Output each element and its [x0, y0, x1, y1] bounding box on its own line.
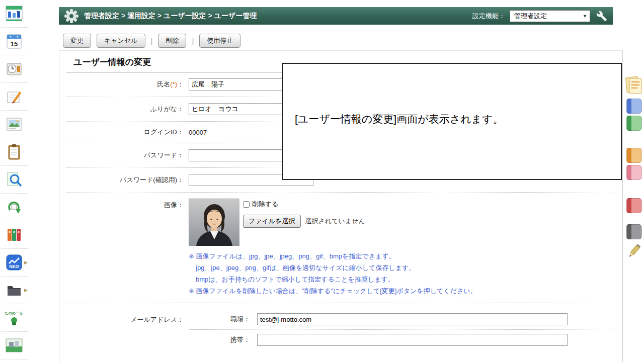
calendar-day-label: 15	[10, 40, 17, 48]
form-row-email: メールアドレス： 職場： 携帯：	[66, 303, 615, 356]
annotation-callout: [ユーザー情報の変更]画面が表示されます。	[282, 63, 622, 180]
sidebar-item-document[interactable]	[0, 138, 28, 166]
calendar-icon: 15	[6, 33, 23, 50]
setting-function-label: 設定機能：	[472, 12, 505, 21]
image-notes: ※ 画像ファイルは、jpg、jpe、jpeg、png、gif、bmpを指定できま…	[189, 250, 477, 297]
quick-tile-gray-icon[interactable]	[626, 224, 641, 239]
folder-icon	[6, 282, 23, 299]
tanomeru-label: たのめーる	[5, 311, 23, 316]
memo-icon	[6, 88, 23, 105]
app-window: 15	[0, 0, 644, 362]
sidebar-item-cabinet[interactable]	[0, 221, 28, 249]
email-label: メールアドレス：	[66, 309, 184, 324]
neo-label: NEO	[9, 264, 19, 269]
sidebar-item-memo[interactable]	[0, 83, 28, 111]
tanomeru-icon: たのめーる	[5, 311, 23, 325]
furigana-label: ふりがな：	[66, 105, 184, 114]
password-label: パスワード：	[66, 151, 184, 160]
email-mobile-row: 携帯：	[189, 330, 615, 350]
sidebar-item-timecard[interactable]	[0, 55, 28, 83]
cancel-button[interactable]: キャンセル	[97, 34, 145, 48]
toolbar: 変更 キャンセル | 削除 | 使用停止	[63, 34, 240, 48]
documents-icon[interactable]	[625, 75, 642, 95]
right-sidebar	[625, 75, 643, 259]
sidebar-item-portal[interactable]	[0, 0, 28, 28]
form-row-image: 画像：	[66, 193, 615, 303]
quick-tile-pink-icon[interactable]	[626, 165, 641, 180]
left-sidebar: 15	[0, 0, 28, 362]
delete-image-checkbox[interactable]	[243, 201, 250, 208]
sidebar-item-schedule[interactable]: 15	[0, 28, 28, 55]
required-mark: (*)	[170, 80, 177, 88]
image-note: ※ 画像ファイルは、jpg、jpe、jpeg、png、gif、bmpを指定できま…	[189, 250, 477, 262]
expand-arrow-icon[interactable]: ▶	[24, 288, 28, 293]
user-photo	[189, 199, 239, 245]
breadcrumb: 管理者設定 > 運用設定 > ユーザー設定 > ユーザー管理	[84, 12, 257, 21]
pencil-icon[interactable]	[626, 243, 641, 259]
clock-icon	[6, 60, 23, 77]
search-icon	[6, 171, 23, 188]
sidebar-item-search[interactable]	[0, 166, 28, 194]
sidebar-item-gallery[interactable]	[0, 332, 28, 359]
setting-function-selected-value: 管理者設定	[514, 12, 547, 21]
sidebar-item-neo[interactable]: NEO ▶	[0, 249, 28, 277]
gallery-icon	[5, 338, 23, 353]
quick-tile-blue-icon[interactable]	[626, 99, 641, 114]
name-label: 氏名(*)：	[66, 80, 184, 89]
expand-arrow-icon[interactable]: ▶	[24, 260, 28, 265]
email-mobile-input[interactable]	[257, 334, 568, 346]
wrench-icon[interactable]	[595, 9, 609, 23]
quick-tile-green-icon[interactable]	[626, 116, 641, 131]
quick-tile-red-icon[interactable]	[626, 198, 641, 213]
email-work-row: 職場：	[189, 309, 615, 330]
email-work-label: 職場：	[189, 315, 250, 324]
delete-image-label: 削除する	[252, 200, 279, 209]
portal-icon	[5, 5, 23, 22]
sidebar-item-tanomeru[interactable]: たのめーる	[0, 304, 28, 332]
gear-icon	[64, 9, 79, 24]
sidebar-item-folder[interactable]: ▶	[0, 277, 28, 304]
image-note: bmpは、お手持ちのソフトで縮小して指定することを推奨します。	[189, 274, 477, 285]
toolbar-separator: |	[192, 37, 194, 45]
neo-icon: NEO	[6, 254, 23, 271]
login-id-value: 00007	[189, 129, 207, 136]
sidebar-item-bulletin[interactable]	[0, 111, 28, 138]
cabinet-icon	[6, 226, 23, 243]
suspend-button[interactable]: 使用停止	[199, 34, 240, 48]
file-status-text: 選択されていません	[305, 217, 365, 226]
annotation-callout-text: [ユーザー情報の変更]画面が表示されます。	[295, 113, 504, 125]
clipboard-icon	[6, 143, 23, 160]
chevron-down-icon: ▼	[583, 14, 587, 19]
email-mobile-label: 携帯：	[189, 335, 250, 344]
password-confirm-label: パスワード(確認用)：	[66, 175, 184, 185]
header-bar: 管理者設定 > 運用設定 > ユーザー設定 > ユーザー管理 設定機能： 管理者…	[59, 7, 613, 25]
image-note: jpg、jpe、jpeg、png、gifは、画像を適切なサイズに縮小して保存しま…	[189, 262, 477, 274]
email-work-input[interactable]	[257, 313, 568, 325]
quick-tile-orange-icon[interactable]	[626, 148, 641, 163]
image-note: ※ 画像ファイルを削除したい場合は、"削除する"にチェックして[変更]ボタンを押…	[189, 285, 477, 297]
image-label: 画像：	[66, 199, 184, 210]
delete-button[interactable]: 削除	[158, 34, 186, 48]
login-id-label: ログインID：	[66, 128, 184, 137]
toolbar-separator: |	[151, 37, 153, 45]
change-button[interactable]: 変更	[63, 34, 91, 48]
setting-function-select[interactable]: 管理者設定 ▼	[510, 10, 590, 22]
sidebar-item-circulation[interactable]	[0, 194, 28, 221]
circulation-icon	[6, 199, 23, 216]
bulletin-icon	[6, 116, 23, 133]
choose-file-button[interactable]: ファイルを選択	[243, 215, 301, 228]
